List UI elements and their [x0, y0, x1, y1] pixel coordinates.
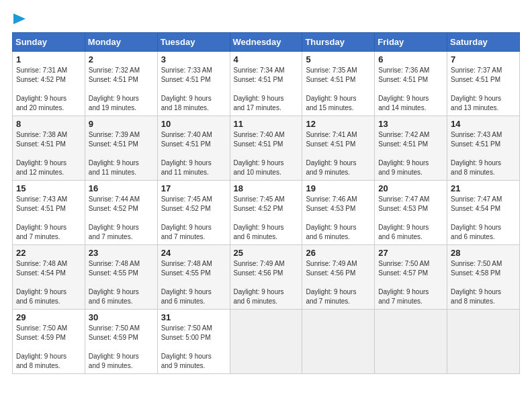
- week-row-3: 15Sunrise: 7:43 AMSunset: 4:51 PMDayligh…: [13, 181, 520, 245]
- day-number: 17: [161, 183, 226, 193]
- day-cell: 14Sunrise: 7:43 AMSunset: 4:51 PMDayligh…: [447, 116, 520, 181]
- logo: [12, 12, 28, 26]
- week-row-5: 29Sunrise: 7:50 AMSunset: 4:59 PMDayligh…: [13, 310, 520, 374]
- day-number: 6: [378, 54, 443, 64]
- day-number: 8: [16, 119, 81, 129]
- day-cell: 8Sunrise: 7:38 AMSunset: 4:51 PMDaylight…: [13, 116, 85, 181]
- day-detail: Sunrise: 7:49 AMSunset: 4:56 PMDaylight:…: [306, 259, 371, 306]
- day-cell: 20Sunrise: 7:47 AMSunset: 4:53 PMDayligh…: [375, 181, 447, 245]
- day-detail: Sunrise: 7:31 AMSunset: 4:52 PMDaylight:…: [16, 66, 81, 113]
- week-row-1: 1Sunrise: 7:31 AMSunset: 4:52 PMDaylight…: [13, 52, 520, 116]
- week-row-2: 8Sunrise: 7:38 AMSunset: 4:51 PMDaylight…: [13, 116, 520, 181]
- day-number: 10: [161, 119, 226, 129]
- day-number: 25: [234, 248, 299, 258]
- day-cell: 7Sunrise: 7:37 AMSunset: 4:51 PMDaylight…: [447, 52, 520, 116]
- day-cell: [447, 310, 520, 374]
- col-header-tuesday: Tuesday: [157, 33, 230, 52]
- day-number: 3: [161, 54, 226, 64]
- day-number: 2: [89, 54, 154, 64]
- day-detail: Sunrise: 7:33 AMSunset: 4:51 PMDaylight:…: [161, 66, 226, 113]
- svg-marker-0: [13, 13, 26, 24]
- day-cell: [230, 310, 302, 374]
- day-cell: 16Sunrise: 7:44 AMSunset: 4:52 PMDayligh…: [85, 181, 157, 245]
- day-number: 29: [16, 312, 81, 322]
- day-detail: Sunrise: 7:40 AMSunset: 4:51 PMDaylight:…: [234, 130, 299, 177]
- day-number: 21: [451, 183, 516, 193]
- day-detail: Sunrise: 7:40 AMSunset: 4:51 PMDaylight:…: [161, 130, 226, 177]
- day-number: 26: [306, 248, 371, 258]
- day-number: 15: [16, 183, 81, 193]
- day-cell: 10Sunrise: 7:40 AMSunset: 4:51 PMDayligh…: [157, 116, 230, 181]
- day-detail: Sunrise: 7:48 AMSunset: 4:55 PMDaylight:…: [161, 259, 226, 306]
- calendar-page: SundayMondayTuesdayWednesdayThursdayFrid…: [0, 0, 532, 411]
- day-detail: Sunrise: 7:37 AMSunset: 4:51 PMDaylight:…: [451, 66, 516, 113]
- day-cell: 18Sunrise: 7:45 AMSunset: 4:52 PMDayligh…: [230, 181, 302, 245]
- day-number: 19: [306, 183, 371, 193]
- day-cell: 9Sunrise: 7:39 AMSunset: 4:51 PMDaylight…: [85, 116, 157, 181]
- day-cell: 29Sunrise: 7:50 AMSunset: 4:59 PMDayligh…: [13, 310, 85, 374]
- day-detail: Sunrise: 7:32 AMSunset: 4:51 PMDaylight:…: [89, 66, 154, 113]
- day-number: 1: [16, 54, 81, 64]
- col-header-wednesday: Wednesday: [230, 33, 302, 52]
- day-number: 30: [89, 312, 154, 322]
- day-detail: Sunrise: 7:48 AMSunset: 4:54 PMDaylight:…: [16, 259, 81, 306]
- logo-image: [12, 12, 28, 26]
- day-number: 5: [306, 54, 371, 64]
- day-cell: 12Sunrise: 7:41 AMSunset: 4:51 PMDayligh…: [302, 116, 375, 181]
- col-header-thursday: Thursday: [302, 33, 375, 52]
- day-detail: Sunrise: 7:38 AMSunset: 4:51 PMDaylight:…: [16, 130, 81, 177]
- day-cell: 1Sunrise: 7:31 AMSunset: 4:52 PMDaylight…: [13, 52, 85, 116]
- day-cell: 21Sunrise: 7:47 AMSunset: 4:54 PMDayligh…: [447, 181, 520, 245]
- header-row: SundayMondayTuesdayWednesdayThursdayFrid…: [13, 33, 520, 52]
- day-detail: Sunrise: 7:45 AMSunset: 4:52 PMDaylight:…: [234, 195, 299, 242]
- day-detail: Sunrise: 7:48 AMSunset: 4:55 PMDaylight:…: [89, 259, 154, 306]
- day-cell: [302, 310, 375, 374]
- calendar-body: 1Sunrise: 7:31 AMSunset: 4:52 PMDaylight…: [13, 52, 520, 374]
- page-header: [12, 12, 520, 26]
- day-cell: 24Sunrise: 7:48 AMSunset: 4:55 PMDayligh…: [157, 245, 230, 310]
- day-number: 23: [89, 248, 154, 258]
- day-detail: Sunrise: 7:42 AMSunset: 4:51 PMDaylight:…: [378, 130, 443, 177]
- day-detail: Sunrise: 7:50 AMSunset: 4:59 PMDaylight:…: [16, 324, 81, 371]
- day-detail: Sunrise: 7:50 AMSunset: 4:58 PMDaylight:…: [451, 259, 516, 306]
- day-cell: 22Sunrise: 7:48 AMSunset: 4:54 PMDayligh…: [13, 245, 85, 310]
- day-number: 11: [234, 119, 299, 129]
- day-cell: 17Sunrise: 7:45 AMSunset: 4:52 PMDayligh…: [157, 181, 230, 245]
- day-detail: Sunrise: 7:43 AMSunset: 4:51 PMDaylight:…: [16, 195, 81, 242]
- day-number: 13: [378, 119, 443, 129]
- day-detail: Sunrise: 7:36 AMSunset: 4:51 PMDaylight:…: [378, 66, 443, 113]
- day-number: 27: [378, 248, 443, 258]
- day-cell: 19Sunrise: 7:46 AMSunset: 4:53 PMDayligh…: [302, 181, 375, 245]
- day-cell: 13Sunrise: 7:42 AMSunset: 4:51 PMDayligh…: [375, 116, 447, 181]
- day-cell: 25Sunrise: 7:49 AMSunset: 4:56 PMDayligh…: [230, 245, 302, 310]
- day-detail: Sunrise: 7:41 AMSunset: 4:51 PMDaylight:…: [306, 130, 371, 177]
- calendar-header: SundayMondayTuesdayWednesdayThursdayFrid…: [13, 33, 520, 52]
- day-cell: [375, 310, 447, 374]
- day-number: 20: [378, 183, 443, 193]
- day-detail: Sunrise: 7:43 AMSunset: 4:51 PMDaylight:…: [451, 130, 516, 177]
- day-number: 16: [89, 183, 154, 193]
- col-header-sunday: Sunday: [13, 33, 85, 52]
- col-header-friday: Friday: [375, 33, 447, 52]
- day-number: 31: [161, 312, 226, 322]
- day-detail: Sunrise: 7:50 AMSunset: 4:57 PMDaylight:…: [378, 259, 443, 306]
- day-detail: Sunrise: 7:44 AMSunset: 4:52 PMDaylight:…: [89, 195, 154, 242]
- col-header-monday: Monday: [85, 33, 157, 52]
- logo-arrow-icon: [13, 12, 28, 26]
- day-number: 14: [451, 119, 516, 129]
- day-cell: 15Sunrise: 7:43 AMSunset: 4:51 PMDayligh…: [13, 181, 85, 245]
- day-detail: Sunrise: 7:50 AMSunset: 4:59 PMDaylight:…: [89, 324, 154, 371]
- day-cell: 3Sunrise: 7:33 AMSunset: 4:51 PMDaylight…: [157, 52, 230, 116]
- day-cell: 6Sunrise: 7:36 AMSunset: 4:51 PMDaylight…: [375, 52, 447, 116]
- day-number: 4: [234, 54, 299, 64]
- calendar-table: SundayMondayTuesdayWednesdayThursdayFrid…: [12, 32, 520, 374]
- day-number: 28: [451, 248, 516, 258]
- day-number: 22: [16, 248, 81, 258]
- day-detail: Sunrise: 7:49 AMSunset: 4:56 PMDaylight:…: [234, 259, 299, 306]
- day-detail: Sunrise: 7:35 AMSunset: 4:51 PMDaylight:…: [306, 66, 371, 113]
- day-cell: 2Sunrise: 7:32 AMSunset: 4:51 PMDaylight…: [85, 52, 157, 116]
- day-cell: 23Sunrise: 7:48 AMSunset: 4:55 PMDayligh…: [85, 245, 157, 310]
- day-number: 7: [451, 54, 516, 64]
- day-detail: Sunrise: 7:47 AMSunset: 4:54 PMDaylight:…: [451, 195, 516, 242]
- day-detail: Sunrise: 7:39 AMSunset: 4:51 PMDaylight:…: [89, 130, 154, 177]
